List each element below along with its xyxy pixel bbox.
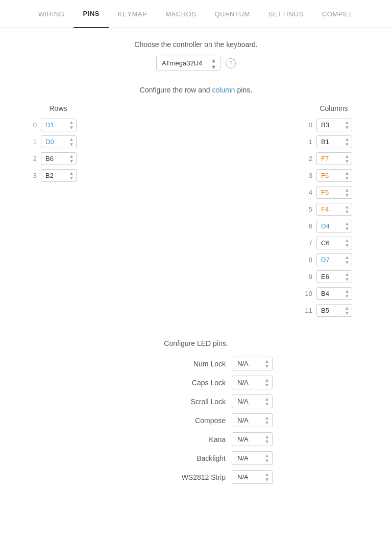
led-select-wrap: N/A ▲▼ — [232, 432, 273, 446]
row-pin-row: 0 D1 ▲▼ — [28, 119, 77, 131]
led-select-wrap: N/A ▲▼ — [232, 413, 273, 427]
pin-select[interactable]: F6 — [316, 169, 352, 182]
pin-index: 6 — [303, 222, 312, 230]
pin-select-wrap: B2 ▲▼ — [41, 169, 77, 182]
led-label: Backlight — [175, 454, 226, 462]
pin-select-wrap: D1 ▲▼ — [41, 119, 77, 131]
pin-index: 3 — [303, 172, 312, 179]
pins-prompt: Configure the row and column pins. — [17, 86, 375, 94]
pin-select[interactable]: B6 — [41, 152, 77, 165]
led-select[interactable]: N/A — [232, 451, 273, 465]
pin-select-wrap: E6 ▲▼ — [316, 270, 352, 283]
pin-select-wrap: B6 ▲▼ — [41, 152, 77, 165]
led-select-wrap: N/A ▲▼ — [232, 451, 273, 465]
pin-select[interactable]: B1 — [316, 135, 352, 148]
nav-pins[interactable]: PINS — [74, 0, 108, 28]
nav-keymap[interactable]: KEYMAP — [109, 0, 156, 28]
led-label: Caps Lock — [175, 379, 226, 387]
col-pin-row: 3 F6 ▲▼ — [303, 169, 352, 182]
col-pin-row: 0 B3 ▲▼ — [303, 119, 352, 131]
pin-select[interactable]: D0 — [41, 135, 77, 148]
pin-select-wrap: B3 ▲▼ — [316, 119, 352, 131]
pin-index: 11 — [303, 307, 312, 314]
pin-select[interactable]: D1 — [41, 119, 77, 131]
nav-wiring[interactable]: WIRING — [29, 0, 74, 28]
pin-select-wrap: F7 ▲▼ — [316, 152, 352, 165]
nav-compile[interactable]: COMPILE — [313, 0, 363, 28]
row-pin-row: 2 B6 ▲▼ — [28, 152, 77, 165]
led-label: Num Lock — [175, 360, 226, 368]
pin-index: 1 — [28, 138, 37, 146]
led-select-wrap: N/A ▲▼ — [232, 357, 273, 370]
led-row: WS2812 Strip N/A ▲▼ — [119, 470, 273, 484]
pin-select-wrap: B1 ▲▼ — [316, 135, 352, 148]
controller-select[interactable]: ATmega32U4 ATmega32U2 AT90USB1286 — [156, 56, 220, 71]
pin-index: 1 — [303, 138, 312, 146]
led-row: Kana N/A ▲▼ — [119, 432, 273, 446]
col-pin-row: 9 E6 ▲▼ — [303, 270, 352, 283]
pin-select[interactable]: F7 — [316, 152, 352, 165]
row-pin-row: 3 B2 ▲▼ — [28, 169, 77, 182]
pin-select-wrap: C6 ▲▼ — [316, 237, 352, 249]
pin-select[interactable]: C6 — [316, 237, 352, 249]
nav-quantum[interactable]: QUANTUM — [205, 0, 259, 28]
led-row: Scroll Lock N/A ▲▼ — [119, 394, 273, 408]
led-select[interactable]: N/A — [232, 432, 273, 446]
pin-select[interactable]: B2 — [41, 169, 77, 182]
led-label: WS2812 Strip — [175, 473, 226, 481]
col-pin-row: 10 B4 ▲▼ — [303, 287, 352, 300]
pin-index: 3 — [28, 172, 37, 179]
controller-prompt: Choose the controller on the keyboard. — [134, 40, 257, 49]
pin-select[interactable]: F4 — [316, 203, 352, 216]
pin-index: 4 — [303, 189, 312, 196]
pin-select-wrap: B4 ▲▼ — [316, 287, 352, 300]
col-pin-row: 11 B5 ▲▼ — [303, 304, 352, 317]
pin-index: 8 — [303, 256, 312, 264]
pin-select[interactable]: F5 — [316, 186, 352, 199]
pin-select-wrap: D4 ▲▼ — [316, 220, 352, 232]
row-pin-row: 1 D0 ▲▼ — [28, 135, 77, 148]
pin-select[interactable]: B3 — [316, 119, 352, 131]
led-select[interactable]: N/A — [232, 376, 273, 389]
led-select[interactable]: N/A — [232, 413, 273, 427]
col-pin-row: 2 F7 ▲▼ — [303, 152, 352, 165]
led-row: Backlight N/A ▲▼ — [119, 451, 273, 465]
controller-select-wrap: ATmega32U4 ATmega32U2 AT90USB1286 ▲ ▼ — [156, 56, 220, 71]
pin-select[interactable]: B4 — [316, 287, 352, 300]
help-icon[interactable]: ? — [226, 58, 236, 68]
pin-index: 0 — [28, 121, 37, 129]
led-select-wrap: N/A ▲▼ — [232, 470, 273, 484]
pin-select[interactable]: E6 — [316, 270, 352, 283]
pin-index: 5 — [303, 205, 312, 213]
led-select-wrap: N/A ▲▼ — [232, 394, 273, 408]
led-section: Configure LED pins. Num Lock N/A ▲▼ Caps… — [74, 339, 318, 489]
pin-index: 2 — [303, 155, 312, 162]
pin-select[interactable]: D7 — [316, 253, 352, 266]
pin-select-wrap: D7 ▲▼ — [316, 253, 352, 266]
rows-column: Rows 0 D1 ▲▼ 1 D0 ▲▼ 2 B6 ▲▼ 3 — [28, 104, 89, 321]
navigation: WIRING PINS KEYMAP MACROS QUANTUM SETTIN… — [0, 0, 392, 28]
pin-index: 10 — [303, 290, 312, 297]
led-select[interactable]: N/A — [232, 357, 273, 370]
col-pin-row: 7 C6 ▲▼ — [303, 237, 352, 249]
pin-select-wrap: F6 ▲▼ — [316, 169, 352, 182]
led-label: Kana — [175, 435, 226, 444]
nav-macros[interactable]: MACROS — [156, 0, 205, 28]
columns-header: Columns — [303, 104, 364, 112]
led-row: Caps Lock N/A ▲▼ — [119, 376, 273, 389]
led-select[interactable]: N/A — [232, 470, 273, 484]
pin-select[interactable]: B5 — [316, 304, 352, 317]
pin-index: 2 — [28, 155, 37, 162]
pins-grid: Rows 0 D1 ▲▼ 1 D0 ▲▼ 2 B6 ▲▼ 3 — [17, 104, 375, 321]
pin-select-wrap: D0 ▲▼ — [41, 135, 77, 148]
col-pin-row: 5 F4 ▲▼ — [303, 203, 352, 216]
pin-index: 9 — [303, 273, 312, 281]
controller-row: ATmega32U4 ATmega32U2 AT90USB1286 ▲ ▼ ? — [156, 56, 236, 71]
led-select[interactable]: N/A — [232, 394, 273, 408]
col-pin-row: 1 B1 ▲▼ — [303, 135, 352, 148]
nav-settings[interactable]: SETTINGS — [259, 0, 313, 28]
col-pin-row: 6 D4 ▲▼ — [303, 220, 352, 232]
pin-select[interactable]: D4 — [316, 220, 352, 232]
columns-column: Columns 0 B3 ▲▼ 1 B1 ▲▼ 2 F7 ▲▼ 3 — [303, 104, 364, 321]
pin-select-wrap: F5 ▲▼ — [316, 186, 352, 199]
